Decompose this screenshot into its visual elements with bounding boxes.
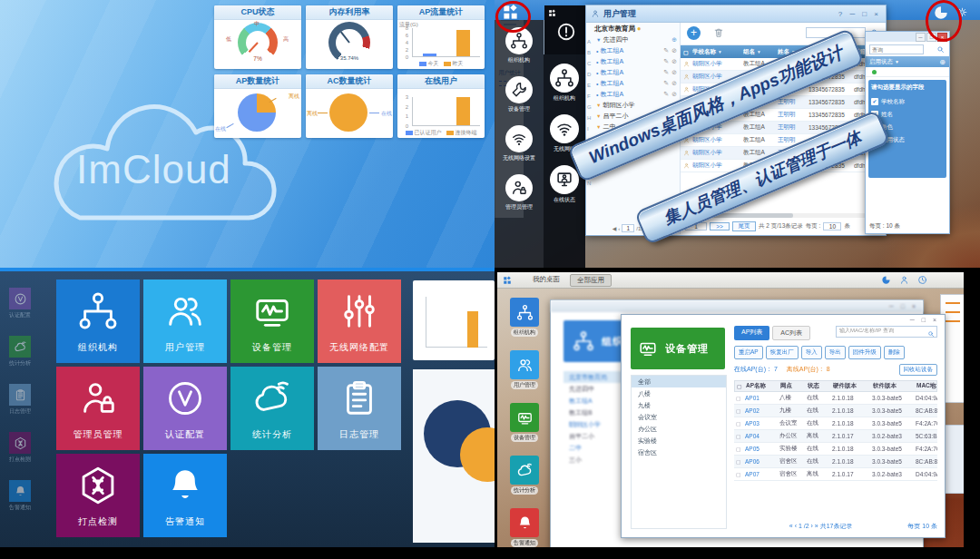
tree-item[interactable]: 宿舍区 <box>632 446 726 458</box>
query-input[interactable] <box>869 44 924 54</box>
column-header[interactable]: 启用状态▼ ⊕ <box>866 56 949 67</box>
action-button[interactable]: 导出 <box>825 346 846 359</box>
desktop-icon-admin[interactable]: 管理员管理 <box>495 174 544 211</box>
device-search-box[interactable]: 输入MAC/名称/IP 查询 <box>836 326 937 338</box>
table-row[interactable]: ▢AP02九楼在线2.1.0.183.0.3-bate58C:AB:8E:B6:… <box>734 405 937 417</box>
column-header[interactable]: 学校名称▼ <box>692 48 743 56</box>
field-option[interactable]: ✔学校名称 <box>871 95 944 108</box>
table-row[interactable]: ▢AP05实验楼在线2.1.0.183.0.3-bate5F4:2A:7C:15… <box>734 443 937 456</box>
action-button[interactable]: 删除 <box>884 346 905 359</box>
action-button[interactable]: 固件升级 <box>848 346 881 359</box>
tile-org[interactable]: 组织机构 <box>56 280 140 363</box>
edit-icon[interactable]: ✎ <box>663 80 669 87</box>
dock-app-device[interactable]: 设备管理 <box>505 403 544 442</box>
tree-item[interactable]: ▼先进四中⊕ <box>594 34 680 45</box>
recycle-bin-button[interactable]: 回收站设备 <box>899 364 938 376</box>
clock-icon[interactable] <box>917 275 927 285</box>
row-checkbox[interactable]: ▢ <box>734 407 745 414</box>
row-checkbox[interactable]: ▢ <box>734 458 745 465</box>
column-header[interactable]: 状态 <box>808 382 833 390</box>
delete-icon[interactable] <box>713 27 724 38</box>
desktop-icon-org[interactable]: 组织机构 <box>495 27 544 64</box>
tile-sliders[interactable]: 无线网络配置 <box>318 280 401 363</box>
row-checkbox[interactable]: ▢ <box>734 420 745 427</box>
row-checkbox[interactable]: ▢ <box>734 446 745 452</box>
select-all-checkbox[interactable]: ▢ <box>681 49 692 55</box>
table-row[interactable]: ▢AP03会议室在线2.1.0.183.0.3-bate5F4:2A:7C:15… <box>734 417 937 430</box>
window-titlebar[interactable]: 用户管理 ? ─ □ × <box>586 5 886 23</box>
edit-icon[interactable]: ✎ <box>663 47 669 54</box>
tile-bell[interactable]: 告警通知 <box>143 454 227 537</box>
remove-icon[interactable]: ⊘ <box>671 69 677 76</box>
action-button[interactable]: 恢复出厂 <box>766 346 799 359</box>
row-checkbox[interactable]: ▢ <box>734 433 745 439</box>
tab-ap-list[interactable]: AP列表 <box>734 326 769 340</box>
tree-item[interactable]: 会议室 <box>632 411 726 423</box>
tab-my-desktop[interactable]: 我的桌面 <box>526 274 566 287</box>
tree-item[interactable]: •教工组A✎⊘ <box>594 89 680 100</box>
tab-ac-list[interactable]: AC列表 <box>772 326 810 340</box>
tile-admin[interactable]: 管理员管理 <box>56 367 140 450</box>
tree-item[interactable]: •教工组A✎⊘ <box>594 67 680 78</box>
expand-icon[interactable]: ⊕ <box>671 36 677 44</box>
tile-hexdna[interactable]: 打点检测 <box>56 454 140 537</box>
tree-item[interactable]: 全部 <box>632 376 726 387</box>
remove-icon[interactable]: ⊘ <box>671 80 677 87</box>
edit-icon[interactable]: ✎ <box>663 58 669 65</box>
window-controls[interactable]: ─ □ × <box>910 317 939 323</box>
tile-vshield[interactable]: 认证配置 <box>143 367 227 450</box>
action-button[interactable]: 导入 <box>801 346 822 359</box>
select-all-checkbox[interactable]: ▢ <box>735 383 746 389</box>
dock-app-users[interactable]: 用户管理 <box>505 350 544 389</box>
tile-cloudsig[interactable]: 统计分析 <box>230 367 314 450</box>
dock-app-org[interactable]: 组织机构 <box>505 298 544 337</box>
device-pagination[interactable]: « ‹ 1 /2 › » 共17条记录 每页 10 条 <box>734 521 937 532</box>
search-icon[interactable] <box>936 45 945 54</box>
desktop-icon-wifi[interactable]: 无线网络设置 <box>495 125 544 162</box>
column-header[interactable]: AP名称 <box>746 382 780 390</box>
tab-all-apps[interactable]: 全部应用 <box>570 274 612 287</box>
table-row[interactable]: ▢AP01八楼在线2.1.0.183.0.3-bate5D4:04:9A:C2:… <box>734 392 937 405</box>
column-header[interactable]: 硬件版本 <box>833 382 873 390</box>
row-checkbox[interactable]: ▢ <box>734 471 745 477</box>
column-header[interactable]: 软件版本 <box>873 382 916 390</box>
tree-item[interactable]: 九楼 <box>632 399 726 411</box>
table-row[interactable]: ▢AP06宿舍区在线2.1.0.183.0.3-bate58C:AB:8E:B2… <box>734 456 937 468</box>
window-titlebar[interactable]: ─ □ × <box>551 300 923 312</box>
column-header[interactable]: 网点 <box>780 382 808 390</box>
minimize-button[interactable]: ─ <box>916 33 926 42</box>
row-checkbox[interactable]: ▢ <box>734 395 745 401</box>
user-icon[interactable] <box>899 275 909 285</box>
checkbox-icon[interactable]: ✔ <box>871 98 878 105</box>
tree-item[interactable]: •教工组A✎⊘ <box>594 78 680 89</box>
tile-clipboard[interactable]: 日志管理 <box>318 367 401 450</box>
table-row[interactable]: ▢AP04办公区离线2.1.0.173.0.2-bate35C:63:BF:2D… <box>734 430 937 443</box>
field-option[interactable]: ✔姓名 <box>871 108 944 121</box>
tree-item[interactable]: •教工组A✎⊘ <box>594 45 680 56</box>
action-button[interactable]: 重启AP <box>734 346 763 359</box>
search-icon[interactable] <box>927 330 935 338</box>
remove-icon[interactable]: ⊘ <box>671 47 677 54</box>
tree-item[interactable]: 办公区 <box>632 423 726 435</box>
edit-icon[interactable]: ✎ <box>663 69 669 76</box>
table-row[interactable]: ▢AP07宿舍区离线2.1.0.173.0.2-bate3D4:04:9A:C4… <box>734 468 937 481</box>
dock-app-bell[interactable]: 告警通知 <box>505 508 544 547</box>
tile-users[interactable]: 用户管理 <box>143 280 227 363</box>
pie-chart-icon[interactable] <box>881 275 891 285</box>
add-button[interactable]: + <box>687 26 701 40</box>
dock-app-cloudsig[interactable]: 统计分析 <box>505 456 544 495</box>
remove-icon[interactable]: ⊘ <box>671 58 677 65</box>
edit-icon[interactable]: ✎ <box>663 91 669 98</box>
column-header[interactable]: 组名▼ <box>743 48 778 56</box>
tree-item[interactable]: 实验楼 <box>632 435 726 446</box>
tree-item[interactable]: •教工组A✎⊘ <box>594 56 680 67</box>
tree-root[interactable]: 北京市教育局● <box>594 23 680 34</box>
add-column-icon[interactable]: ⊕ <box>939 58 946 66</box>
last-page-button[interactable]: 尾页 <box>732 221 756 231</box>
per-page-input[interactable]: 10 <box>823 222 841 230</box>
next-page-button[interactable]: >> <box>710 222 730 230</box>
column-header[interactable]: MAC地址 <box>916 382 936 390</box>
desktop-icon-org[interactable]: 组织机构 <box>544 64 585 103</box>
tree-item[interactable]: 八楼 <box>632 387 726 399</box>
remove-icon[interactable]: ⊘ <box>671 91 677 98</box>
